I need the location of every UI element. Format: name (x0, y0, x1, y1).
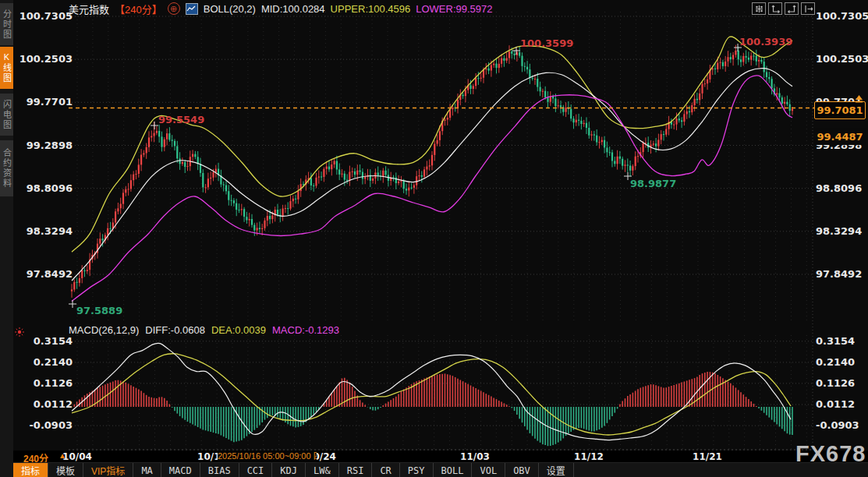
price-annotation: 100.3939 (739, 36, 792, 48)
sidebar-item-lightning[interactable]: 闪电图 (0, 94, 13, 136)
exit-chart-icon[interactable] (801, 2, 815, 15)
trading-app-window: 分时图 K线图 闪电图 合约资料 美元指数 【240分】 ⊕ BOLL(20,2… (0, 0, 868, 477)
toolbar-item-ma[interactable]: MA (133, 463, 161, 477)
toolbar-item-settings[interactable]: 设置 (539, 463, 574, 477)
scale-left-axis-icon[interactable] (768, 2, 782, 15)
macd-dea-value: DEA:0.0039 (211, 324, 266, 336)
price-up-arrow-icon (853, 93, 865, 107)
period-label: 【240分】 (115, 2, 162, 16)
macd-axis-tick: 0.3154 (816, 335, 855, 347)
macd-axis-tick: -0.0903 (16, 419, 73, 431)
main-axis-tick: 98.8096 (816, 182, 862, 194)
macd-axis-tick: -0.0903 (816, 419, 859, 431)
bar-time-tooltip: 2025/10/16 05:00~09:00 四 (218, 450, 317, 462)
sidebar-item-timeline[interactable]: 分时图 (0, 3, 13, 45)
sidebar-item-kline[interactable]: K线图 (0, 47, 13, 89)
indicator-alert-icon[interactable] (14, 327, 25, 341)
boll-label: BOLL(20,2) (204, 3, 256, 15)
price-annotation: 99.5549 (158, 114, 204, 125)
macd-header: MACD(26,12,9) DIFF:-0.0608 DEA:0.0039 MA… (69, 324, 339, 336)
macd-axis-tick: 0.2140 (16, 356, 73, 368)
price-annotation: 98.9877 (630, 178, 676, 189)
macd-axis-tick: 0.1126 (16, 377, 73, 389)
main-axis-tick: 100.7305 (16, 10, 73, 22)
crosshair-icon[interactable] (752, 2, 766, 15)
price-chart-canvas[interactable] (0, 0, 868, 477)
boll-upper-value: UPPER:100.4596 (331, 3, 411, 15)
boll-lower-value: LOWER:99.5972 (416, 3, 492, 15)
toolbar-item-vol[interactable]: VOL (472, 463, 505, 477)
date-tick: 11/21 (693, 451, 722, 462)
toolbar-item-psy[interactable]: PSY (400, 463, 434, 477)
boll-mid-value: MID:100.0284 (261, 3, 325, 15)
chart-header: 美元指数 【240分】 ⊕ BOLL(20,2) MID:100.0284 UP… (69, 2, 493, 15)
main-axis-tick: 97.8492 (16, 268, 73, 280)
date-tick: 10/04 (62, 451, 92, 462)
reference-price-tag: 99.4487 (814, 128, 866, 145)
toolbar-item-cci[interactable]: CCI (239, 463, 273, 477)
toolbar-item-macd[interactable]: MACD (161, 463, 200, 477)
date-tick: 11/03 (460, 451, 490, 462)
toolbar-item-kdj[interactable]: KDJ (272, 463, 306, 477)
toolbar-item-obv[interactable]: OBV (505, 463, 539, 477)
toolbar-item-templates[interactable]: 模板 (48, 463, 83, 477)
main-axis-tick: 98.3294 (16, 225, 73, 237)
toolbar-item-boll[interactable]: BOLL (434, 463, 473, 477)
symbol-name: 美元指数 (69, 2, 109, 16)
main-axis-tick: 99.7701 (16, 96, 73, 108)
macd-axis-tick: 0.1126 (816, 377, 855, 389)
macd-axis-tick: 0.0112 (816, 398, 855, 410)
boll-indicator-icon (186, 3, 198, 15)
chart-type-sidebar: 分时图 K线图 闪电图 合约资料 (0, 0, 13, 477)
add-indicator-icon[interactable]: ⊕ (168, 2, 180, 15)
macd-axis-tick: 0.2140 (816, 356, 855, 368)
macd-title: MACD(26,12,9) (69, 324, 139, 336)
macd-axis-tick: 0.0112 (16, 398, 73, 410)
scale-right-axis-icon[interactable] (785, 2, 799, 15)
toolbar-item-indicators[interactable]: 指标 (13, 463, 48, 477)
main-axis-tick: 97.8492 (816, 268, 862, 280)
date-tick: 11/12 (574, 451, 604, 462)
main-axis-tick: 98.3294 (816, 225, 862, 237)
main-axis-tick: 98.8096 (16, 182, 73, 194)
main-axis-tick: 100.2503 (16, 53, 73, 65)
toolbar-item-vip-indicators[interactable]: VIP指标 (83, 463, 133, 477)
chart-window-controls (752, 2, 815, 15)
main-axis-tick: 100.2503 (816, 53, 868, 65)
toolbar-item-lw[interactable]: LW& (306, 463, 339, 477)
toolbar-item-cr[interactable]: CR (372, 463, 399, 477)
macd-diff-value: DIFF:-0.0608 (145, 324, 205, 336)
indicator-toolbar: 指标 模板 VIP指标 MA MACD BIAS CCI KDJ LW& RSI… (13, 462, 868, 477)
price-annotation: 97.5889 (76, 305, 122, 316)
price-annotation: 100.3599 (520, 37, 573, 49)
main-axis-tick: 100.7305 (816, 10, 868, 22)
time-axis: 240分 ▲ 10/04 10/15 10/24 11/03 11/12 11/… (13, 450, 868, 462)
main-axis-tick: 99.2898 (16, 140, 73, 151)
toolbar-item-bias[interactable]: BIAS (200, 463, 239, 477)
sidebar-item-contract-info[interactable]: 合约资料 (0, 140, 13, 196)
toolbar-item-rsi[interactable]: RSI (339, 463, 373, 477)
macd-hist-value: MACD:-0.1293 (272, 324, 339, 336)
